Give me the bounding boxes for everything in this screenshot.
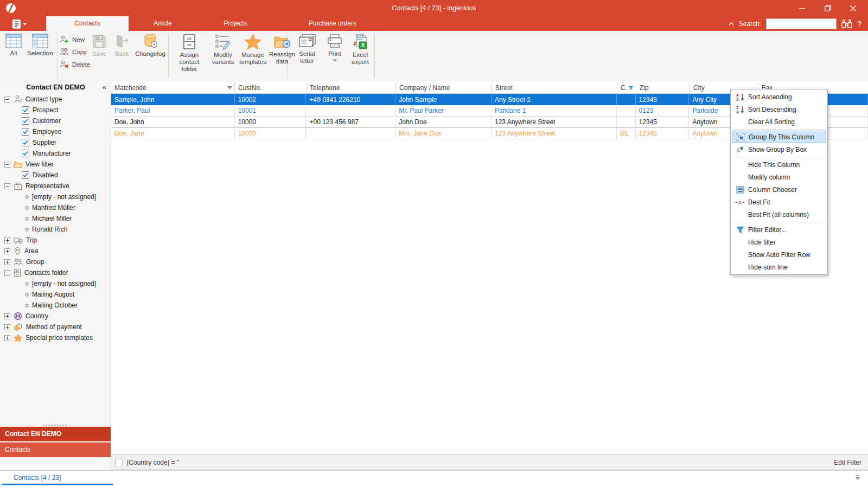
- help-icon[interactable]: ?: [857, 20, 861, 28]
- minus-box-icon[interactable]: [4, 183, 10, 189]
- cell-telephone[interactable]: [306, 128, 395, 139]
- cell-company-name[interactable]: Mr. Paul Parker: [395, 105, 492, 117]
- back-button[interactable]: Back: [111, 33, 133, 57]
- tree-item-view-filter[interactable]: View filter: [0, 159, 111, 170]
- cell-custno[interactable]: 10001: [235, 105, 307, 117]
- tree-item-representative[interactable]: Representative: [0, 181, 111, 191]
- column-header-custno[interactable]: CustNo.: [235, 82, 307, 94]
- cell-street[interactable]: 123 Anywhere Street: [492, 128, 617, 139]
- tree-item-contacts-folder[interactable]: Contacts folder: [0, 267, 111, 278]
- checkbox-supplier[interactable]: [22, 139, 29, 146]
- splitter-handle[interactable]: .........: [0, 421, 111, 426]
- cell-zip[interactable]: 0123: [636, 105, 690, 117]
- restore-button[interactable]: [819, 0, 837, 16]
- application-menu-button[interactable]: [12, 18, 30, 30]
- search-input[interactable]: [766, 18, 837, 29]
- tree-item-manfred-m-ller[interactable]: Manfred Müller: [0, 202, 111, 213]
- checkbox-customer[interactable]: [22, 117, 29, 125]
- cell-c[interactable]: [617, 94, 636, 106]
- column-header-telephone[interactable]: Telephone: [307, 82, 396, 94]
- menu-item-hide-sum-line[interactable]: Hide sum line: [732, 261, 826, 273]
- tree-item-empty-not-assigned[interactable]: [empty - not assigned]: [0, 191, 111, 202]
- cell-company-name[interactable]: John Doe: [395, 117, 492, 128]
- plus-box-icon[interactable]: [4, 324, 10, 330]
- edit-filter-button[interactable]: Edit Filter: [834, 459, 861, 466]
- cell-telephone[interactable]: +49 0341 226210: [306, 94, 395, 106]
- print-button[interactable]: Print: [324, 33, 346, 61]
- cell-street[interactable]: Parklane 1: [492, 105, 617, 117]
- menu-item-filter-editor[interactable]: Filter Editor...: [732, 223, 826, 236]
- menu-item-best-fit[interactable]: +A+Best Fit: [732, 196, 826, 208]
- checkbox-manufacturer[interactable]: [22, 150, 29, 157]
- column-header-matchcode[interactable]: Matchcode: [111, 82, 235, 94]
- plus-box-icon[interactable]: [4, 237, 10, 243]
- column-header-c[interactable]: C...: [617, 82, 636, 94]
- new-button[interactable]: New: [60, 34, 85, 46]
- tree-item-employee[interactable]: Employee: [0, 126, 111, 137]
- cell-c[interactable]: BE: [617, 128, 636, 139]
- sidebar-collapse-icon[interactable]: «: [103, 81, 106, 93]
- tab-projects[interactable]: Projects: [207, 16, 264, 31]
- cell-custno[interactable]: 10000: [235, 117, 307, 128]
- cell-matchcode[interactable]: Doe, Jane: [111, 128, 235, 139]
- tree-item-group[interactable]: Group: [0, 256, 111, 267]
- assign-contact-folder-button[interactable]: Assign contact folder: [171, 33, 207, 73]
- plus-box-icon[interactable]: [4, 313, 10, 319]
- manage-templates-button[interactable]: Manage templates: [237, 33, 269, 66]
- delete-button[interactable]: Delete: [60, 59, 90, 70]
- cell-matchcode[interactable]: Sample, John: [111, 94, 235, 106]
- minus-box-icon[interactable]: [4, 162, 10, 168]
- cell-custno[interactable]: 10002: [235, 94, 307, 106]
- menu-item-sort-descending[interactable]: ZASort Descending: [732, 103, 826, 115]
- tree-item-area[interactable]: Area: [0, 246, 111, 256]
- tree-item-method-of-payment[interactable]: Method of payment: [0, 322, 111, 332]
- tab-purchase-orders[interactable]: Purchase orders: [280, 16, 385, 31]
- tree-item-prospect[interactable]: Prospect: [0, 105, 111, 115]
- cell-zip[interactable]: 12345: [636, 128, 690, 139]
- cell-matchcode[interactable]: Parker, Paul: [111, 105, 235, 117]
- tree-item-mailing-august[interactable]: Mailing August: [0, 289, 111, 300]
- tree-item-michael-miller[interactable]: Michael Miller: [0, 213, 111, 224]
- plus-box-icon[interactable]: [4, 335, 10, 341]
- excel-export-button[interactable]: X Excel export: [347, 33, 374, 66]
- bottom-tab-contacts[interactable]: Contacts [4 / 23]: [2, 471, 113, 485]
- cell-company-name[interactable]: John Sample: [395, 94, 492, 106]
- cell-c[interactable]: [617, 105, 636, 117]
- cell-zip[interactable]: 12345: [636, 117, 690, 128]
- tree-item-trip[interactable]: Trip: [0, 235, 111, 246]
- tree-item-customer[interactable]: Customer: [0, 115, 111, 126]
- close-button[interactable]: [844, 0, 861, 16]
- copy-button[interactable]: Copy: [60, 46, 87, 58]
- tree-item-mailing-october[interactable]: Mailing October: [0, 300, 111, 311]
- panel-button-contacts[interactable]: Contacts: [0, 442, 111, 457]
- cell-telephone[interactable]: [306, 105, 395, 117]
- tree-item-country[interactable]: Country: [0, 311, 111, 322]
- menu-item-modify-column[interactable]: Modify column: [732, 171, 826, 183]
- menu-item-best-fit-all-columns[interactable]: Best Fit (all columns): [732, 208, 826, 221]
- minimize-button[interactable]: [793, 0, 810, 16]
- column-header-company-name[interactable]: Company / Name: [396, 82, 492, 94]
- cell-custno[interactable]: 10000: [235, 128, 307, 139]
- menu-item-show-group-by-box[interactable]: Show Group By Box: [732, 143, 826, 156]
- all-button[interactable]: All: [2, 33, 25, 57]
- menu-item-column-chooser[interactable]: Column Chooser: [732, 183, 826, 196]
- tree-item-empty-not-assigned[interactable]: [empty - not assigned]: [0, 278, 111, 289]
- cell-c[interactable]: [617, 117, 636, 128]
- minus-box-icon[interactable]: [4, 270, 10, 276]
- header-filter-icon[interactable]: [628, 86, 634, 91]
- binoculars-icon[interactable]: [841, 20, 852, 28]
- tab-contacts[interactable]: Contacts: [46, 16, 129, 31]
- chevron-up-icon[interactable]: [729, 22, 734, 25]
- serial-letter-button[interactable]: Serial letter: [293, 33, 321, 65]
- menu-item-show-auto-filter-row[interactable]: Show Auto Filter Row: [732, 248, 826, 261]
- cell-street[interactable]: 123 Anywhere Street: [492, 117, 617, 128]
- tab-scroll-down-icon[interactable]: [855, 475, 860, 480]
- tree-item-supplier[interactable]: Supplier: [0, 137, 111, 148]
- checkbox-employee[interactable]: [22, 128, 29, 136]
- changelog-button[interactable]: Changelog: [133, 33, 167, 57]
- save-button[interactable]: Save: [88, 33, 110, 57]
- minus-box-icon[interactable]: [4, 97, 10, 102]
- checkbox-prospect[interactable]: [22, 106, 29, 114]
- selection-button[interactable]: Selection: [25, 33, 55, 57]
- checkbox-disabled[interactable]: [22, 171, 29, 179]
